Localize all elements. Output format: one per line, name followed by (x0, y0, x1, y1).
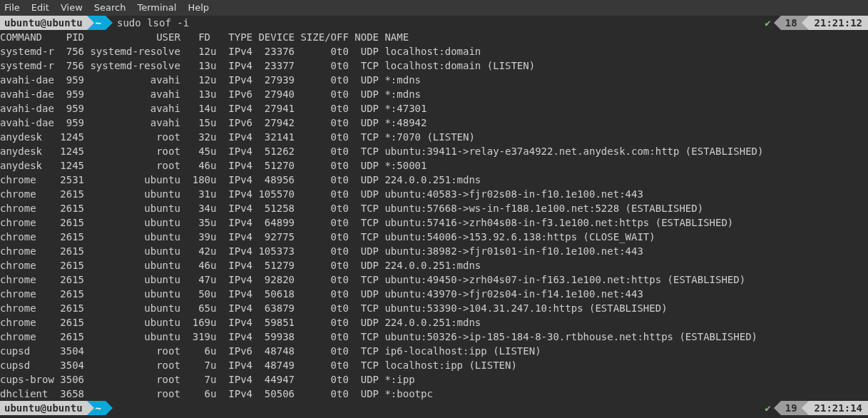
prompt-line-2: ubuntu@ubuntu ~ ✔ 19 21:21:14 (0, 401, 868, 415)
chevron-right-icon (106, 16, 113, 30)
prompt-cwd: ~ (94, 401, 106, 415)
menu-view[interactable]: View (61, 1, 83, 15)
lsof-row: chrome 2615 ubuntu 65u IPv4 63879 0t0 TC… (0, 301, 868, 315)
lsof-row: chrome 2615 ubuntu 35u IPv4 64899 0t0 TC… (0, 215, 868, 230)
prompt-line-1: ubuntu@ubuntu ~ sudo lsof -i ✔ 18 21:21:… (0, 16, 868, 30)
lsof-row: cupsd 3504 root 7u IPv4 48749 0t0 TCP lo… (0, 358, 868, 372)
lsof-row: chrome 2615 ubuntu 47u IPv4 92820 0t0 TC… (0, 272, 868, 287)
history-number: 18 (781, 16, 802, 30)
chevron-right-icon (87, 401, 94, 415)
lsof-row: chrome 2615 ubuntu 31u IPv4 105570 0t0 U… (0, 187, 868, 201)
chevron-left-icon (802, 16, 809, 30)
lsof-row: chrome 2615 ubuntu 39u IPv4 92775 0t0 TC… (0, 230, 868, 244)
lsof-row: chrome 2615 ubuntu 46u IPv4 51279 0t0 UD… (0, 258, 868, 272)
menu-file[interactable]: File (4, 1, 20, 15)
check-icon: ✔ (765, 16, 770, 30)
lsof-row: chrome 2615 ubuntu 50u IPv4 50618 0t0 UD… (0, 287, 868, 301)
menu-search[interactable]: Search (94, 1, 126, 15)
prompt-right-status: ✔ 19 21:21:14 (765, 401, 868, 415)
lsof-row: avahi-dae 959 avahi 12u IPv4 27939 0t0 U… (0, 73, 868, 87)
prompt-right-status: ✔ 18 21:21:12 (765, 16, 868, 30)
check-icon: ✔ (765, 401, 770, 415)
lsof-row: chrome 2615 ubuntu 42u IPv4 105373 0t0 U… (0, 244, 868, 258)
lsof-output: systemd-r 756 systemd-resolve 12u IPv4 2… (0, 44, 868, 401)
chevron-right-icon (87, 16, 94, 30)
lsof-row: cups-brow 3506 root 7u IPv4 44947 0t0 UD… (0, 372, 868, 387)
prompt-time: 21:21:12 (809, 16, 868, 30)
chevron-left-icon (802, 401, 809, 415)
menu-help[interactable]: Help (188, 1, 209, 15)
lsof-row: avahi-dae 959 avahi 13u IPv6 27940 0t0 U… (0, 87, 868, 101)
menu-edit[interactable]: Edit (31, 1, 49, 15)
prompt-time: 21:21:14 (809, 401, 868, 415)
command-input[interactable] (113, 401, 123, 415)
command-text: sudo lsof -i (113, 16, 189, 30)
lsof-row: dhclient 3658 root 6u IPv4 50506 0t0 UDP… (0, 387, 868, 401)
lsof-header: COMMAND PID USER FD TYPE DEVICE SIZE/OFF… (0, 30, 868, 44)
prompt-userhost: ubuntu@ubuntu (0, 16, 87, 30)
lsof-row: anydesk 1245 root 32u IPv4 32141 0t0 TCP… (0, 130, 868, 144)
chevron-left-icon (774, 16, 781, 30)
lsof-row: systemd-r 756 systemd-resolve 13u IPv4 2… (0, 58, 868, 73)
chevron-right-icon (106, 401, 113, 415)
prompt-cwd: ~ (94, 16, 106, 30)
menubar[interactable]: File Edit View Search Terminal Help (0, 0, 868, 16)
lsof-row: chrome 2615 ubuntu 34u IPv4 51258 0t0 TC… (0, 201, 868, 215)
lsof-row: cupsd 3504 root 6u IPv6 48748 0t0 TCP ip… (0, 344, 868, 358)
lsof-row: chrome 2615 ubuntu 319u IPv4 59938 0t0 T… (0, 330, 868, 344)
lsof-row: avahi-dae 959 avahi 15u IPv6 27942 0t0 U… (0, 116, 868, 130)
terminal-area[interactable]: ubuntu@ubuntu ~ sudo lsof -i ✔ 18 21:21:… (0, 16, 868, 415)
menu-terminal[interactable]: Terminal (137, 1, 176, 15)
lsof-row: chrome 2615 ubuntu 169u IPv4 59851 0t0 U… (0, 315, 868, 330)
lsof-row: anydesk 1245 root 45u IPv4 51262 0t0 TCP… (0, 144, 868, 158)
prompt-userhost: ubuntu@ubuntu (0, 401, 87, 415)
chevron-left-icon (774, 401, 781, 415)
lsof-row: chrome 2531 ubuntu 180u IPv4 48956 0t0 U… (0, 173, 868, 187)
lsof-row: anydesk 1245 root 46u IPv4 51270 0t0 UDP… (0, 158, 868, 173)
history-number: 19 (781, 401, 802, 415)
lsof-row: avahi-dae 959 avahi 14u IPv4 27941 0t0 U… (0, 101, 868, 116)
lsof-row: systemd-r 756 systemd-resolve 12u IPv4 2… (0, 44, 868, 58)
